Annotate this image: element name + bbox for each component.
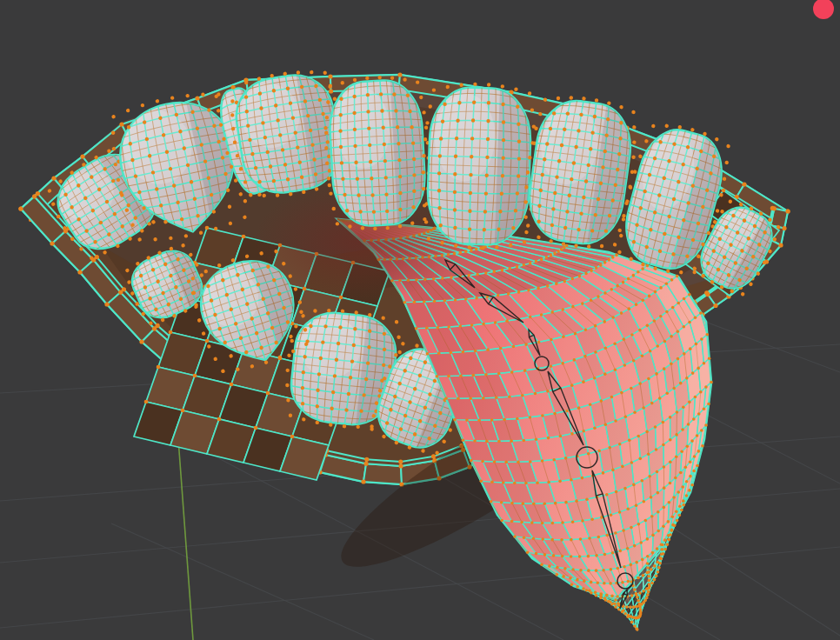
- blender-window: [0, 0, 840, 640]
- blender-3d-viewport[interactable]: [0, 0, 840, 640]
